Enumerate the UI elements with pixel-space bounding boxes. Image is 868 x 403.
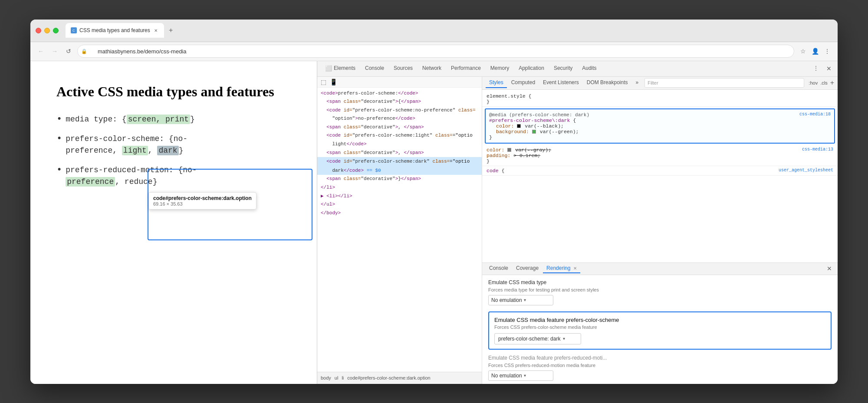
tab-close-button[interactable]: ✕: [153, 27, 159, 33]
add-style-button[interactable]: +: [830, 79, 834, 87]
reduced-motion-label: Emulate CSS media feature prefers-reduce…: [488, 355, 832, 361]
inspect-icon[interactable]: ⬚: [321, 79, 326, 85]
refresh-button[interactable]: ↺: [63, 46, 74, 56]
devtools-audits-tab[interactable]: Audits: [578, 62, 601, 75]
devtools-right-upper: Styles Computed Event Listeners DOM Brea…: [482, 77, 838, 262]
filter-placeholder: Filter: [648, 80, 658, 85]
hov-button[interactable]: :hov: [809, 80, 818, 85]
element-tooltip: code#prefers-color-scheme:dark.option 69…: [148, 192, 256, 210]
address-input[interactable]: 🔒 mathiasbynens.be/demo/css-media: [77, 45, 794, 58]
account-icon[interactable]: 👤: [810, 46, 820, 56]
select-arrow-2: ▾: [563, 336, 565, 341]
devtools-sources-tab[interactable]: Sources: [389, 62, 417, 75]
breadcrumb-ul[interactable]: ul: [335, 375, 339, 380]
bottom-tab-rendering[interactable]: Rendering ✕: [543, 264, 580, 273]
minimize-button[interactable]: [44, 28, 50, 33]
rendering-section-media-type: Emulate CSS media type Forces media type…: [488, 279, 832, 305]
lock-icon: 🔒: [81, 49, 87, 54]
device-icon[interactable]: 📱: [330, 79, 337, 85]
styles-tab-computed[interactable]: Computed: [508, 78, 539, 88]
close-button[interactable]: [36, 28, 41, 33]
prefers-color-text: prefers-color-scheme: {no-preference, li…: [66, 133, 187, 157]
address-bar: ← → ↺ 🔒 mathiasbynens.be/demo/css-media …: [30, 42, 838, 61]
styles-tab-dom-breakpoints[interactable]: DOM Breakpoints: [583, 78, 631, 88]
media-type-select-value: No emulation: [491, 297, 522, 303]
color-swatch-green: [532, 130, 536, 134]
devtools-memory-tab[interactable]: Memory: [486, 62, 513, 75]
media-type-select[interactable]: No emulation ▾: [488, 295, 553, 305]
html-line: </li>: [317, 183, 482, 192]
styles-tab-more[interactable]: »: [632, 78, 642, 88]
new-tab-button[interactable]: +: [166, 25, 176, 36]
list-item-prefers-reduced: prefers-reduced-motion: {no-preference, …: [56, 164, 291, 188]
breadcrumb-li[interactable]: li: [342, 375, 344, 380]
tab-title: CSS media types and features: [79, 27, 150, 33]
dark-highlight: dark: [157, 146, 178, 155]
devtools-security-tab[interactable]: Security: [549, 62, 577, 75]
elements-html-view: <code>prefers-color-scheme:</code> <span…: [317, 88, 482, 372]
tab-bar: C CSS media types and features ✕ +: [66, 23, 832, 38]
devtools-close-button[interactable]: ✕: [824, 63, 834, 74]
html-line: </ul>: [317, 200, 482, 209]
reduced-motion-desc: Forces CSS prefers-reduced-motion media …: [488, 363, 832, 368]
bottom-tab-console[interactable]: Console: [486, 264, 512, 273]
list-item-media-type: media type: {screen, print}: [56, 114, 291, 125]
devtools-application-tab[interactable]: Application: [514, 62, 549, 75]
devtools-more-tabs[interactable]: ⋮: [809, 62, 823, 75]
html-line: light</code>: [317, 140, 482, 149]
preference-highlight: preference: [66, 177, 115, 187]
color-swatch-gray: [507, 148, 511, 152]
rendering-tab-close[interactable]: ✕: [573, 266, 577, 271]
html-line: <span class="decorative">, </span>: [317, 149, 482, 157]
styles-panel: Styles Computed Event Listeners DOM Brea…: [482, 77, 838, 262]
rule-source[interactable]: css-media:18: [799, 112, 831, 117]
html-line: dark</code> == $0: [317, 167, 482, 175]
emulate-color-scheme-select[interactable]: prefers-color-scheme: dark ▾: [494, 333, 581, 344]
styles-tabs: Styles Computed Event Listeners DOM Brea…: [482, 77, 838, 90]
forward-button[interactable]: →: [49, 46, 60, 56]
breadcrumb-code[interactable]: code#prefers-color-scheme:dark.option: [347, 375, 430, 380]
rule-source-3[interactable]: user_agent_stylesheet: [779, 168, 833, 173]
devtools-network-tab[interactable]: Network: [418, 62, 446, 75]
color-swatch-black: [517, 124, 521, 128]
tooltip-dimensions: 69.16 × 35.63: [153, 201, 252, 206]
browser-tab[interactable]: C CSS media types and features ✕: [66, 23, 164, 38]
devtools-console-tab[interactable]: Console: [361, 62, 388, 75]
bottom-panel-close[interactable]: ✕: [825, 264, 834, 273]
tab-favicon: C: [71, 27, 77, 33]
styles-tab-event-listeners[interactable]: Event Listeners: [539, 78, 582, 88]
bottom-tab-coverage[interactable]: Coverage: [513, 264, 542, 273]
styles-tab-styles[interactable]: Styles: [486, 78, 507, 88]
bookmark-icon[interactable]: ☆: [798, 46, 808, 56]
main-area: Active CSS media types and features medi…: [30, 61, 838, 384]
traffic-lights: [36, 28, 59, 33]
tooltip-suffix: k.option: [231, 195, 252, 201]
styles-content: element.style { } @media (prefers-color-…: [482, 90, 838, 262]
page-list: media type: {screen, print} prefers-colo…: [56, 114, 291, 188]
html-line: <span class="decorative">{</span>: [317, 98, 482, 106]
elements-toolbar: ⬚ 📱: [317, 77, 482, 88]
style-rule-media-dark: @media (prefers-color-scheme: dark) css-…: [485, 108, 835, 144]
cls-button[interactable]: .cls: [820, 80, 828, 85]
html-line: <span class="decorative">}</span>: [317, 175, 482, 183]
breadcrumb-body[interactable]: body: [321, 375, 331, 380]
rule-source-2[interactable]: css-media:13: [802, 147, 833, 152]
title-bar: C CSS media types and features ✕ +: [30, 20, 838, 42]
devtools-elements-tab[interactable]: ⬜ Elements: [321, 62, 360, 75]
menu-icon[interactable]: ⋮: [822, 46, 832, 56]
reduced-motion-select[interactable]: No emulation ▾: [488, 370, 553, 381]
bottom-content: Emulate CSS media type Forces media type…: [482, 275, 838, 384]
style-rule-element: element.style { }: [482, 92, 838, 107]
devtools-panel: ⬜ Elements Console Sources Network Perfo…: [317, 61, 838, 384]
devtools-performance-tab[interactable]: Performance: [447, 62, 485, 75]
html-line: ▶ <li></li>: [317, 192, 482, 201]
html-line-selected[interactable]: <code id="prefers-color-scheme:dark" cla…: [317, 157, 482, 167]
html-line: "option">no-preference</code>: [317, 115, 482, 123]
maximize-button[interactable]: [53, 28, 59, 33]
html-line: <code id="prefers-color-scheme:no-prefer…: [317, 106, 482, 115]
select-arrow-3: ▾: [524, 373, 526, 378]
emulate-color-scheme-box: Emulate CSS media feature prefers-color-…: [488, 311, 832, 350]
page-title: Active CSS media types and features: [56, 83, 291, 101]
styles-filter-input[interactable]: Filter: [644, 78, 804, 88]
back-button[interactable]: ←: [36, 46, 46, 56]
